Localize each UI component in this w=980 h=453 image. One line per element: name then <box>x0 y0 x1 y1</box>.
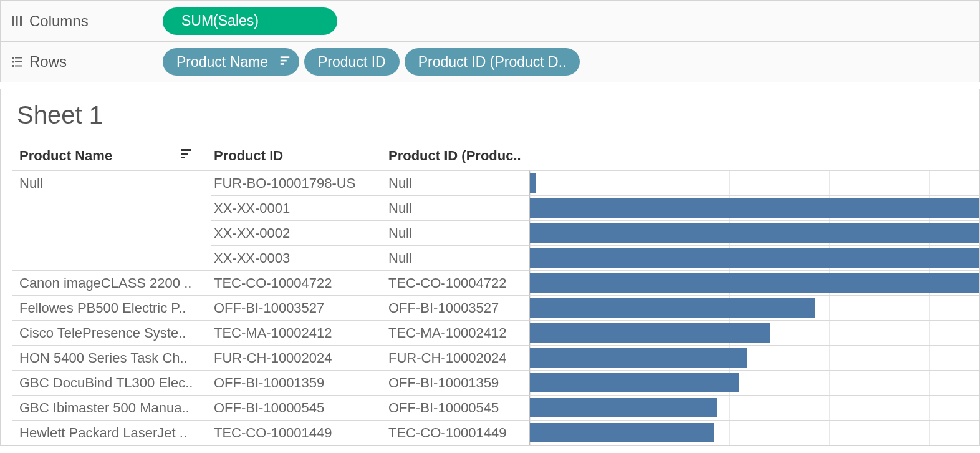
cell-product-name[interactable]: Hewlett Packard LaserJet .. <box>12 420 211 445</box>
svg-rect-7 <box>12 65 14 67</box>
svg-rect-12 <box>181 149 191 151</box>
bar-cell <box>529 270 979 295</box>
svg-rect-4 <box>15 57 22 59</box>
cell-product-id2[interactable]: OFF-BI-10001359 <box>386 370 529 395</box>
bar-cell <box>529 295 979 320</box>
bar-cell <box>529 195 979 220</box>
columns-shelf[interactable]: Columns SUM(Sales) <box>0 0 980 41</box>
sheet-title[interactable]: Sheet 1 <box>12 101 979 129</box>
header-chart-area <box>529 144 979 170</box>
cell-product-id2[interactable]: Null <box>386 195 529 220</box>
cell-product-name[interactable]: Canon imageCLASS 2200 .. <box>12 270 211 295</box>
bar[interactable] <box>530 348 747 368</box>
bar-cell <box>529 170 979 195</box>
cell-product-name[interactable]: Cisco TelePresence Syste.. <box>12 320 211 345</box>
svg-rect-3 <box>12 57 14 59</box>
cell-product-id2[interactable]: FUR-CH-10002024 <box>386 345 529 370</box>
bar[interactable] <box>530 373 739 392</box>
columns-shelf-label-cell: Columns <box>6 1 155 41</box>
cell-product-name[interactable]: HON 5400 Series Task Ch.. <box>12 345 211 370</box>
svg-rect-10 <box>281 60 287 62</box>
svg-rect-14 <box>181 157 185 158</box>
columns-icon <box>8 15 26 27</box>
cell-product-id[interactable]: OFF-BI-10001359 <box>211 370 386 395</box>
bar[interactable] <box>530 398 717 417</box>
cell-product-name[interactable]: Fellowes PB500 Electric P.. <box>12 295 211 320</box>
cell-product-name[interactable] <box>12 195 211 220</box>
cell-product-id[interactable]: OFF-BI-10000545 <box>211 395 386 420</box>
header-product-name-label: Product Name <box>19 148 112 164</box>
cell-product-id[interactable]: XX-XX-0002 <box>211 220 386 245</box>
bar[interactable] <box>530 273 979 293</box>
bar-cell <box>529 345 979 370</box>
cell-product-id2[interactable]: TEC-CO-10004722 <box>386 270 529 295</box>
cell-product-name[interactable] <box>12 220 211 245</box>
bar-cell <box>529 370 979 395</box>
bar[interactable] <box>530 173 536 193</box>
cell-product-id[interactable]: FUR-BO-10001798-US <box>211 170 386 195</box>
cell-product-id2[interactable]: TEC-CO-10001449 <box>386 420 529 445</box>
sort-desc-icon[interactable] <box>279 54 291 71</box>
cell-product-id2[interactable]: TEC-MA-10002412 <box>386 320 529 345</box>
cell-product-id2[interactable]: Null <box>386 220 529 245</box>
cell-product-id2[interactable]: Null <box>386 170 529 195</box>
svg-rect-9 <box>281 56 289 58</box>
rows-shelf-label-cell: Rows <box>6 42 155 82</box>
rows-icon <box>8 56 26 68</box>
bar-cell <box>529 395 979 420</box>
cell-product-id[interactable]: TEC-MA-10002412 <box>211 320 386 345</box>
rows-shelf-label: Rows <box>29 53 67 71</box>
pill-product-name[interactable]: Product Name <box>163 48 299 76</box>
svg-rect-5 <box>12 61 14 63</box>
svg-rect-13 <box>181 153 188 155</box>
svg-rect-6 <box>15 61 22 62</box>
cell-product-id[interactable]: TEC-CO-10004722 <box>211 270 386 295</box>
header-product-id[interactable]: Product ID <box>211 144 386 170</box>
header-product-id2-label: Product ID (Produc.. <box>388 148 521 164</box>
svg-rect-0 <box>12 16 14 26</box>
pill-sum-sales-[interactable]: SUM(Sales) <box>163 7 337 35</box>
header-product-name[interactable]: Product Name <box>12 144 211 170</box>
cell-product-id2[interactable]: OFF-BI-10003527 <box>386 295 529 320</box>
bar-cell <box>529 220 979 245</box>
svg-rect-8 <box>15 66 22 67</box>
bar[interactable] <box>530 198 979 218</box>
bar[interactable] <box>530 223 979 243</box>
rows-shelf[interactable]: Rows Product NameProduct IDProduct ID (P… <box>0 41 980 82</box>
sort-desc-icon[interactable] <box>180 148 193 164</box>
bar-cell <box>529 420 979 445</box>
columns-pill-area[interactable]: SUM(Sales) <box>155 7 974 35</box>
bar-cell <box>529 245 979 270</box>
pill-product-id-product-d-[interactable]: Product ID (Product D.. <box>405 48 580 76</box>
sheet: Sheet 1 Product Name Product ID Product … <box>0 89 980 446</box>
cell-product-name[interactable]: GBC Ibimaster 500 Manua.. <box>12 395 211 420</box>
data-grid: Product Name Product ID Product ID (Prod… <box>12 144 979 445</box>
cell-product-name[interactable]: Null <box>12 170 211 195</box>
cell-product-id[interactable]: OFF-BI-10003527 <box>211 295 386 320</box>
cell-product-name[interactable]: GBC DocuBind TL300 Elec.. <box>12 370 211 395</box>
rows-pill-area[interactable]: Product NameProduct IDProduct ID (Produc… <box>155 48 974 76</box>
bar[interactable] <box>530 248 979 268</box>
cell-product-id[interactable]: FUR-CH-10002024 <box>211 345 386 370</box>
columns-shelf-label: Columns <box>29 12 89 30</box>
bar[interactable] <box>530 423 714 442</box>
svg-rect-2 <box>20 16 22 26</box>
bar-cell <box>529 320 979 345</box>
header-product-id-label: Product ID <box>214 148 283 164</box>
svg-rect-1 <box>16 16 18 26</box>
header-product-id2[interactable]: Product ID (Produc.. <box>386 144 529 170</box>
cell-product-id2[interactable]: OFF-BI-10000545 <box>386 395 529 420</box>
cell-product-id2[interactable]: Null <box>386 245 529 270</box>
svg-rect-11 <box>281 63 284 65</box>
cell-product-id[interactable]: XX-XX-0001 <box>211 195 386 220</box>
bar[interactable] <box>530 298 815 318</box>
cell-product-id[interactable]: TEC-CO-10001449 <box>211 420 386 445</box>
bar[interactable] <box>530 323 770 343</box>
cell-product-id[interactable]: XX-XX-0003 <box>211 245 386 270</box>
cell-product-name[interactable] <box>12 245 211 270</box>
pill-product-id[interactable]: Product ID <box>304 48 400 76</box>
